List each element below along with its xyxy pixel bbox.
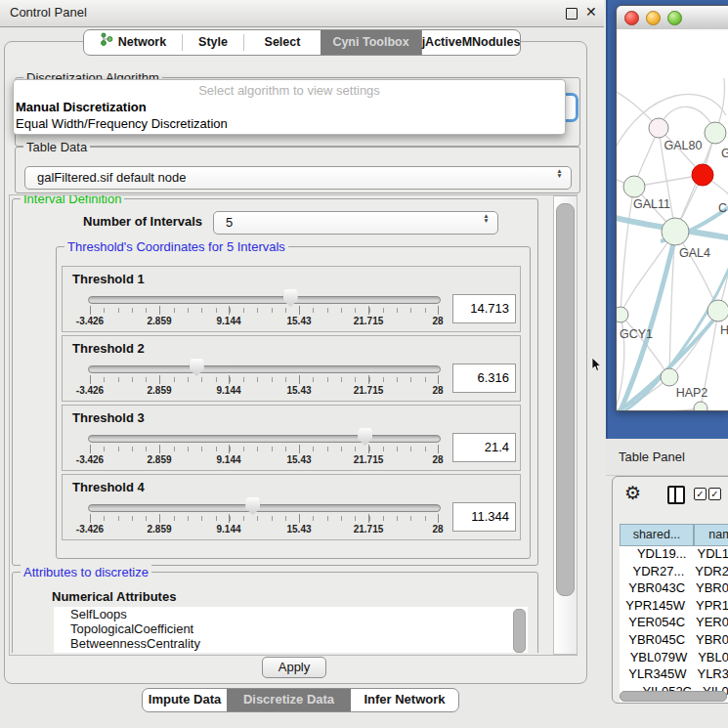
cell[interactable]: YDL1	[690, 546, 728, 564]
table-data-combobox[interactable]: galFiltered.sif default node ▲▼	[24, 166, 572, 190]
cell[interactable]: YBL0	[691, 650, 728, 667]
column-header-shared[interactable]: shared...	[620, 524, 694, 546]
cell[interactable]: YBR043C	[620, 580, 689, 598]
slider-ticks	[90, 377, 439, 382]
control-panel-title: Control Panel	[10, 0, 87, 25]
popup-item-equal-width-frequency[interactable]: Equal Width/Frequency Discretization	[16, 116, 228, 131]
network-canvas[interactable]: GAL80 G C GAL11 GAL4 GCY1 H HAP2	[617, 29, 728, 410]
tab-cyni-toolbox-label: Cyni Toolbox	[332, 31, 408, 54]
threshold-4-slider-track[interactable]	[88, 504, 441, 512]
stepper-icon[interactable]: ▲▼	[482, 214, 491, 223]
cell[interactable]: YLR3	[690, 666, 728, 684]
threshold-4-slider-thumb[interactable]	[245, 497, 260, 515]
node-gcy1[interactable]	[617, 307, 628, 322]
table-row[interactable]: YDR27...YDR2	[620, 564, 728, 581]
node-label-gal80: GAL80	[664, 139, 703, 152]
close-icon[interactable]: ✕	[585, 4, 597, 20]
table-row[interactable]: YDL19...YDL1	[620, 546, 728, 564]
table-header-row: shared... name	[620, 524, 728, 546]
list-item-topologicalcoefficient[interactable]: TopologicalCoefficient	[54, 621, 528, 636]
node-hap2[interactable]	[661, 368, 678, 386]
threshold-1-slider-thumb[interactable]	[283, 289, 298, 307]
tab-jactivemnodules[interactable]: jActiveMNodules	[421, 30, 520, 55]
tab-cyni-toolbox[interactable]: Cyni Toolbox	[321, 30, 421, 55]
panel-scrollbar[interactable]	[553, 195, 578, 655]
tick-label: -3.426	[76, 524, 104, 535]
tick-label: 2.859	[147, 385, 171, 396]
checkbox-icon[interactable]: ✓	[694, 488, 707, 500]
zoom-button[interactable]	[667, 11, 682, 25]
threshold-1-slider-track[interactable]	[88, 296, 441, 304]
split-view-icon[interactable]	[667, 486, 685, 504]
tab-style-label: Style	[198, 31, 228, 54]
float-window-icon[interactable]	[566, 8, 578, 20]
checkbox-icon[interactable]: ✓	[708, 488, 721, 500]
list-scrollbar-thumb[interactable]	[513, 609, 526, 653]
node-gal80[interactable]	[649, 118, 668, 138]
node-gal4[interactable]	[662, 218, 689, 245]
threshold-3-slider-track[interactable]	[88, 435, 441, 443]
table-data-group: Table Data galFiltered.sif default node …	[15, 147, 580, 193]
tab-impute-data[interactable]: Impute Data	[143, 689, 227, 711]
cell[interactable]: YER054C	[620, 615, 689, 632]
tab-network-label: Network	[118, 31, 166, 54]
table-row[interactable]: YPR145WYPR1	[620, 598, 728, 616]
threshold-2-value-field[interactable]: 6.316	[452, 364, 516, 393]
tab-discretize-data[interactable]: Discretize Data	[227, 689, 351, 711]
cell[interactable]: YPR145W	[620, 598, 689, 616]
tab-select[interactable]: Select	[244, 30, 321, 55]
cell[interactable]: YBR045C	[620, 632, 689, 650]
node-g[interactable]	[705, 122, 726, 144]
number-of-intervals-combobox[interactable]: 5 ▲▼	[213, 211, 498, 235]
gear-icon[interactable]: ⚙	[624, 482, 641, 504]
tab-select-label: Select	[265, 31, 301, 54]
cell[interactable]: YPR1	[689, 598, 728, 616]
numerical-attributes-list: SelfLoops TopologicalCoefficient Between…	[54, 607, 528, 653]
horizontal-scrollbar-thumb[interactable]	[620, 691, 727, 702]
tab-style[interactable]: Style	[183, 30, 243, 55]
cell[interactable]: YBR0	[689, 632, 728, 650]
tab-network[interactable]: Network	[84, 30, 182, 55]
node-highlighted[interactable]	[692, 164, 713, 186]
tick-label: 28	[432, 316, 443, 326]
stepper-icon[interactable]: ▲▼	[555, 169, 564, 178]
cell[interactable]: YDR2	[688, 564, 728, 581]
thresholds-group-title: Threshold's Coordinates for 5 Intervals	[64, 239, 288, 254]
bottom-tabbar: Impute Data Discretize Data Infer Networ…	[142, 688, 459, 712]
list-item-selfloops[interactable]: SelfLoops	[54, 607, 528, 621]
cell[interactable]: YDR27...	[620, 564, 688, 581]
table-row[interactable]: YBR045CYBR0	[620, 632, 728, 650]
cell[interactable]: YBL079W	[620, 650, 691, 667]
threshold-1-value-field[interactable]: 14.713	[452, 294, 516, 323]
threshold-4-value-field[interactable]: 11.344	[452, 502, 516, 532]
tick-label: -3.426	[76, 454, 104, 465]
node-gal11[interactable]	[623, 176, 645, 197]
algorithm-popup-hint: Select algorithm to view settings	[14, 83, 565, 98]
apply-button[interactable]: Apply	[262, 657, 326, 678]
cell[interactable]: YLR345W	[620, 666, 690, 684]
column-header-name[interactable]: name	[694, 524, 728, 546]
table-row[interactable]: YLR345WYLR3	[620, 666, 728, 684]
table-row[interactable]: YBR043CYBR0	[620, 580, 728, 598]
list-item-betweennesscentrality[interactable]: BetweennessCentrality	[54, 636, 528, 651]
cell[interactable]: YER0	[689, 615, 728, 632]
table-row[interactable]: YBL079WYBL0	[620, 650, 728, 667]
threshold-2-slider-track[interactable]	[88, 365, 441, 373]
threshold-2-panel: Threshold 2 -3.426 2.859 9.144 15.43 21.…	[62, 335, 521, 402]
popup-item-manual-discretization[interactable]: Manual Discretization	[16, 100, 147, 114]
threshold-3-value-field[interactable]: 21.4	[452, 433, 516, 462]
threshold-2-slider-thumb[interactable]	[190, 359, 204, 376]
minimize-button[interactable]	[646, 11, 661, 25]
cell[interactable]: YDL19...	[620, 546, 690, 564]
tab-infer-network[interactable]: Infer Network	[351, 689, 458, 711]
table-data-group-title: Table Data	[23, 140, 90, 154]
cell[interactable]: YBR0	[689, 580, 728, 598]
close-button[interactable]	[624, 11, 639, 25]
panel-scrollbar-thumb[interactable]	[556, 203, 575, 596]
node-small[interactable]	[694, 402, 707, 410]
number-of-intervals-value: 5	[226, 212, 233, 234]
threshold-3-slider-thumb[interactable]	[358, 428, 372, 446]
network-window-titlebar[interactable]	[617, 6, 728, 30]
node-h[interactable]	[707, 300, 728, 321]
table-row[interactable]: YER054CYER0	[620, 615, 728, 632]
